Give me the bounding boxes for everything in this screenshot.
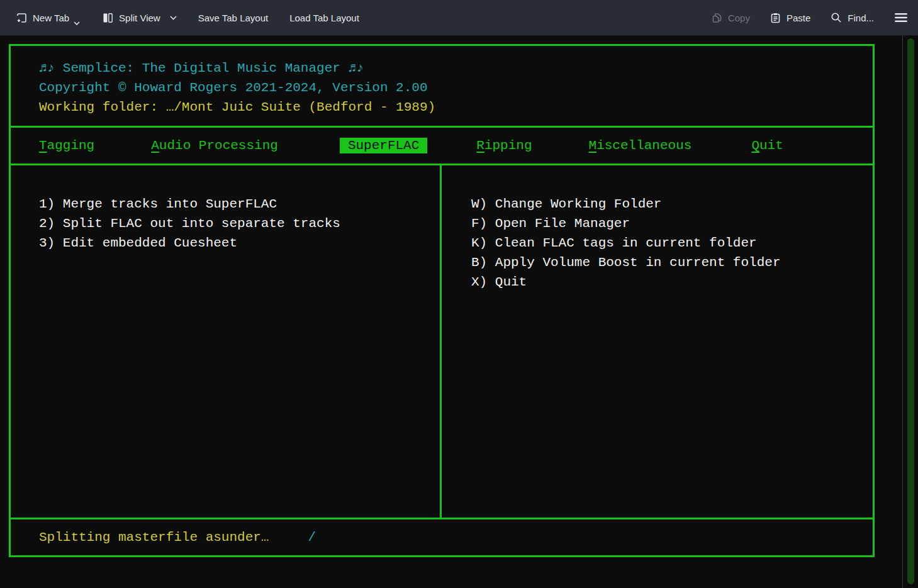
progress-spinner: / <box>308 530 316 545</box>
menu-item-audio-processing[interactable]: Audio Processing <box>151 138 278 153</box>
menu-item-tagging[interactable]: Tagging <box>39 138 94 153</box>
hamburger-menu-button[interactable] <box>894 13 908 23</box>
chevron-down-icon[interactable] <box>74 21 80 25</box>
save-tab-layout-button[interactable]: Save Tab Layout <box>198 13 268 23</box>
option-clean-flac-tags[interactable]: K) Clean FLAC tags in current folder <box>471 233 873 253</box>
option-edit-cuesheet[interactable]: 3) Edit embedded Cuesheet <box>39 233 440 253</box>
chevron-down-icon[interactable] <box>170 16 177 20</box>
split-view-label: Split View <box>119 13 160 23</box>
copy-label: Copy <box>728 13 750 23</box>
split-view-button[interactable]: Split View <box>103 13 177 23</box>
copy-button: Copy <box>712 13 750 23</box>
menu-item-superflac-active[interactable]: SuperFLAC <box>340 138 427 153</box>
main-menu-bar: Tagging Audio Processing SuperFLAC Rippi… <box>11 126 873 165</box>
load-tab-layout-label: Load Tab Layout <box>289 13 359 23</box>
new-tab-button[interactable]: New Tab <box>16 13 81 23</box>
menu-item-quit[interactable]: Quit <box>751 138 783 153</box>
status-bar: Splitting masterfile asunder… / <box>11 518 873 555</box>
paste-button[interactable]: Paste <box>770 13 810 23</box>
option-apply-volume-boost[interactable]: B) Apply Volume Boost in current folder <box>471 253 873 272</box>
split-view-icon <box>103 13 113 23</box>
new-tab-icon <box>16 13 27 23</box>
superflac-options-panel: 1) Merge tracks into SuperFLAC 2) Split … <box>11 165 442 518</box>
search-icon <box>831 12 842 23</box>
semplice-app-frame: ♬♪ Semplice: The Digital Music Manager ♬… <box>9 44 875 557</box>
hamburger-menu-icon <box>894 13 908 23</box>
terminal-scrollbar-thumb[interactable] <box>907 38 914 584</box>
new-tab-label: New Tab <box>33 13 69 23</box>
option-split-flac[interactable]: 2) Split FLAC out into separate tracks <box>39 214 440 233</box>
copyright-line: Copyright © Howard Rogers 2021-2024, Ver… <box>39 78 873 97</box>
option-merge-tracks[interactable]: 1) Merge tracks into SuperFLAC <box>39 194 440 214</box>
global-options-panel: W) Change Working Folder F) Open File Ma… <box>442 165 873 518</box>
find-label: Find... <box>848 13 874 23</box>
working-folder-line: Working folder: …/Mont Juic Suite (Bedfo… <box>39 97 873 117</box>
app-header: ♬♪ Semplice: The Digital Music Manager ♬… <box>11 46 873 126</box>
paste-label: Paste <box>786 13 810 23</box>
terminal-scrollbar-track[interactable] <box>902 36 918 588</box>
copy-icon <box>712 13 722 23</box>
menu-item-miscellaneous[interactable]: Miscellaneous <box>589 138 692 153</box>
status-message: Splitting masterfile asunder… <box>39 530 269 545</box>
menu-item-ripping[interactable]: Ripping <box>476 138 532 153</box>
option-change-working-folder[interactable]: W) Change Working Folder <box>471 194 873 214</box>
paste-icon <box>770 13 781 23</box>
find-button[interactable]: Find... <box>831 12 874 23</box>
app-title: ♬♪ Semplice: The Digital Music Manager ♬… <box>39 58 873 78</box>
save-tab-layout-label: Save Tab Layout <box>198 13 268 23</box>
terminal-toolbar: New Tab Split View Save Tab Layout Load … <box>0 0 918 36</box>
main-panels: 1) Merge tracks into SuperFLAC 2) Split … <box>11 165 873 518</box>
load-tab-layout-button[interactable]: Load Tab Layout <box>289 13 359 23</box>
option-quit[interactable]: X) Quit <box>471 272 873 292</box>
terminal-screen[interactable]: ♬♪ Semplice: The Digital Music Manager ♬… <box>0 36 902 588</box>
option-open-file-manager[interactable]: F) Open File Manager <box>471 214 873 233</box>
